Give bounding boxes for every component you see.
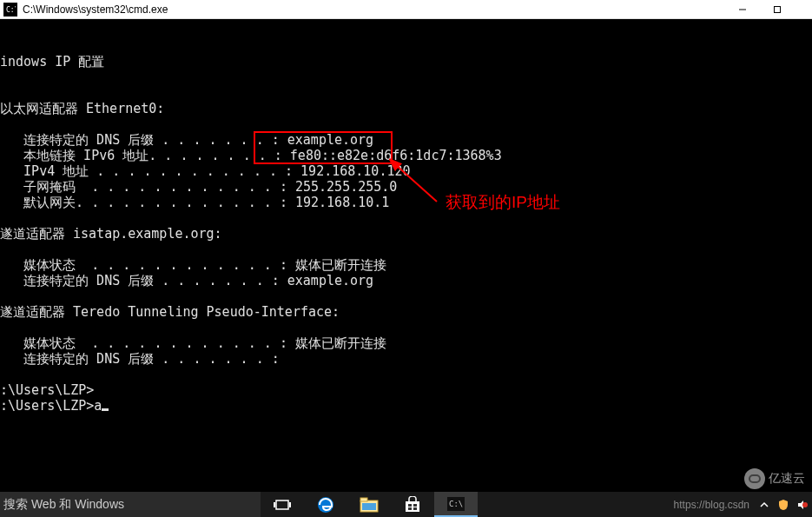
output-line: 遂道适配器 isatap.example.org: xyxy=(0,226,222,242)
svg-rect-5 xyxy=(276,500,288,509)
svg-rect-13 xyxy=(408,504,412,507)
close-button[interactable] xyxy=(795,0,812,19)
svg-text:C:\: C:\ xyxy=(6,6,16,14)
svg-rect-6 xyxy=(274,502,275,507)
prompt-line: :\Users\LZP>a xyxy=(0,398,109,414)
explorer-button[interactable] xyxy=(347,492,391,517)
output-line: 媒体状态 . . . . . . . . . . . . : 媒体已断开连接 xyxy=(0,257,386,273)
watermark-icon xyxy=(744,468,765,489)
svg-rect-16 xyxy=(413,507,417,510)
svg-rect-14 xyxy=(413,504,417,507)
taskbar-spacer xyxy=(478,492,674,517)
maximize-button[interactable] xyxy=(760,0,795,19)
output-line: IPv4 地址 . . . . . . . . . . . . : 192.16… xyxy=(0,163,411,179)
terminal-output[interactable]: indows IP 配置 以太网适配器 Ethernet0: 连接特定的 DNS… xyxy=(0,19,812,492)
svg-rect-7 xyxy=(289,502,291,507)
output-line: 媒体状态 . . . . . . . . . . . . : 媒体已断开连接 xyxy=(0,335,386,351)
svg-point-19 xyxy=(802,502,808,507)
svg-rect-10 xyxy=(360,498,367,501)
window-controls xyxy=(725,0,812,19)
search-placeholder: 搜索 Web 和 Windows xyxy=(3,497,124,513)
tray-chevron-icon[interactable] xyxy=(756,500,772,509)
watermark: 亿速云 xyxy=(744,468,805,489)
store-button[interactable] xyxy=(391,492,434,517)
output-line: 以太网适配器 Ethernet0: xyxy=(0,101,164,116)
svg-text:C:\: C:\ xyxy=(449,500,463,508)
watermark-text: 亿速云 xyxy=(769,471,805,487)
prompt-line: :\Users\LZP> xyxy=(0,382,94,398)
window-titlebar: C:\ C:\Windows\system32\cmd.exe xyxy=(0,0,812,19)
svg-rect-15 xyxy=(408,507,412,510)
tray-volume-icon[interactable] xyxy=(795,499,810,511)
svg-rect-3 xyxy=(775,6,781,12)
output-line: 子网掩码 . . . . . . . . . . . . : 255.255.2… xyxy=(0,179,397,195)
output-line: 遂道适配器 Teredo Tunneling Pseudo-Interface: xyxy=(0,304,340,320)
edge-button[interactable] xyxy=(304,492,347,517)
taskbar: 搜索 Web 和 Windows C:\ https://blog.csdn xyxy=(0,492,812,517)
svg-rect-11 xyxy=(362,503,376,510)
taskview-button[interactable] xyxy=(261,492,304,517)
minimize-button[interactable] xyxy=(725,0,760,19)
svg-rect-12 xyxy=(406,501,419,512)
output-line: 默认网关. . . . . . . . . . . . . : 192.168.… xyxy=(0,195,389,210)
system-tray[interactable] xyxy=(755,492,812,517)
annotation-label: 获取到的IP地址 xyxy=(446,195,560,210)
search-input[interactable]: 搜索 Web 和 Windows xyxy=(0,492,261,517)
cmd-icon: C:\ xyxy=(3,3,17,17)
output-line: 连接特定的 DNS 后缀 . . . . . . . : example.org xyxy=(0,273,373,288)
output-line: indows IP 配置 xyxy=(0,54,104,70)
window-title: C:\Windows\system32\cmd.exe xyxy=(21,3,725,16)
cursor-icon xyxy=(102,408,109,411)
output-line: 连接特定的 DNS 后缀 . . . . . . . : example.org xyxy=(0,132,373,148)
csdn-url-text: https://blog.csdn xyxy=(674,492,755,517)
output-line: 连接特定的 DNS 后缀 . . . . . . . : xyxy=(0,351,280,367)
tray-shield-icon[interactable] xyxy=(776,499,791,511)
output-line: 本地链接 IPv6 地址. . . . . . . . : fe80::e82e… xyxy=(0,148,502,163)
cmd-task-button[interactable]: C:\ xyxy=(434,492,478,517)
